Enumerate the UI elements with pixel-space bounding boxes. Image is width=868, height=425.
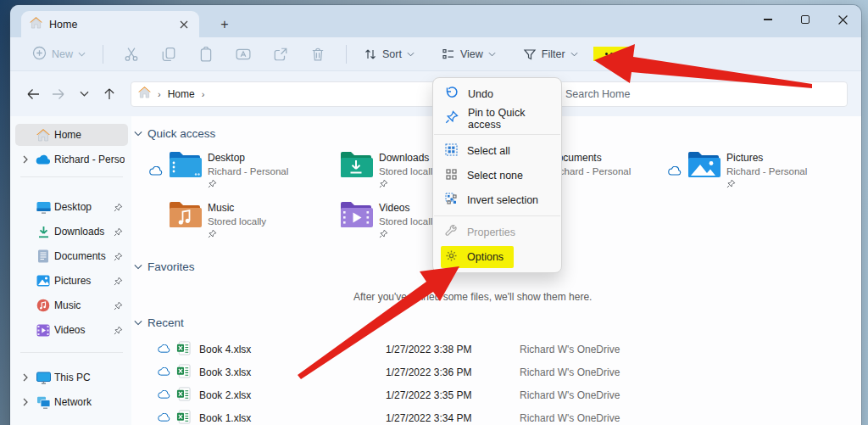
home-icon — [30, 17, 42, 31]
pin-icon — [379, 229, 437, 241]
section-header-quick-access[interactable]: Quick access — [134, 127, 215, 140]
sidebar-divider — [20, 176, 123, 177]
tile-name: Downloads — [379, 152, 437, 164]
pin-icon — [114, 203, 125, 212]
recent-file-row[interactable]: Book 2.xlsx 1/27/2022 3:35 PM Richard W'… — [131, 385, 861, 405]
excel-file-icon — [176, 364, 191, 381]
this-pc-icon — [36, 370, 51, 385]
sidebar-item-network[interactable]: Network — [15, 391, 128, 413]
menu-item-undo[interactable]: Undo — [433, 81, 561, 106]
section-header-recent[interactable]: Recent — [134, 316, 184, 329]
file-name: Book 3.xlsx — [199, 366, 251, 378]
downloads-folder-icon — [339, 150, 375, 191]
sidebar-item-videos[interactable]: Videos — [15, 319, 128, 341]
up-button[interactable] — [98, 83, 120, 105]
minimize-button[interactable] — [749, 5, 787, 34]
view-button[interactable]: View — [435, 43, 503, 65]
menu-item-label: Invert selection — [467, 194, 538, 206]
close-button[interactable] — [824, 5, 861, 34]
menu-item-label: Select none — [467, 170, 523, 182]
chevron-down-icon — [78, 52, 86, 57]
favorites-empty-message: After you've pinned some files, we'll sh… — [353, 291, 592, 303]
menu-item-select-none[interactable]: Select none — [433, 163, 561, 187]
sidebar-item-desktop[interactable]: Desktop — [15, 196, 128, 218]
pin-icon — [114, 301, 125, 310]
select-all-icon — [445, 143, 458, 159]
paste-button[interactable] — [188, 42, 224, 67]
desktop-folder-icon — [168, 150, 203, 191]
sort-button[interactable]: Sort — [357, 43, 421, 65]
recent-file-row[interactable]: Book 3.xlsx 1/27/2022 3:36 PM Richard W'… — [131, 362, 861, 383]
delete-button[interactable] — [300, 42, 336, 67]
new-tab-button[interactable]: + — [216, 16, 233, 33]
search-box[interactable] — [556, 81, 848, 107]
back-button[interactable] — [22, 83, 44, 105]
forward-button[interactable] — [47, 83, 70, 105]
menu-item-invert-selection[interactable]: Invert selection — [433, 187, 561, 212]
section-header-favorites[interactable]: Favorites — [134, 260, 195, 273]
recent-locations-button[interactable] — [73, 83, 95, 105]
sidebar-item-label: Home — [54, 129, 125, 141]
tile-subtitle: Richard - Personal — [726, 166, 807, 176]
new-button[interactable]: New — [25, 42, 92, 67]
chevron-right-icon[interactable] — [19, 155, 32, 164]
file-date-modified: 1/27/2022 3:38 PM — [386, 344, 471, 355]
toolbar-separator — [346, 45, 347, 64]
sort-button-label: Sort — [382, 48, 402, 60]
file-location: Richard W's OneDrive — [520, 344, 620, 355]
sidebar-item-label: Network — [54, 396, 125, 408]
sidebar-item-onedrive[interactable]: Richard - Personal — [15, 148, 128, 171]
recent-file-row[interactable]: Book 4.xlsx 1/27/2022 3:38 PM Richard W'… — [131, 339, 861, 360]
pin-icon — [726, 179, 807, 191]
chevron-right-icon[interactable] — [19, 373, 32, 382]
pin-icon — [114, 252, 125, 261]
rename-button[interactable] — [225, 42, 261, 67]
pin-icon — [114, 277, 125, 286]
see-more-dropdown-menu: Undo Pin to Quick access Select all Sele… — [432, 77, 562, 273]
menu-item-label: Pin to Quick access — [468, 107, 542, 131]
search-input[interactable] — [565, 88, 838, 100]
quick-access-tile-desktop[interactable]: Desktop Richard - Personal — [148, 150, 316, 191]
share-button[interactable] — [263, 42, 298, 67]
chevron-right-icon: › — [200, 89, 207, 99]
copy-button[interactable] — [151, 42, 186, 67]
quick-access-tile-music[interactable]: Music Stored locally — [148, 200, 316, 241]
file-name: Book 1.xlsx — [199, 412, 251, 424]
tab-close-icon[interactable] — [175, 16, 192, 33]
breadcrumb-root[interactable]: Home — [168, 88, 195, 100]
pin-icon — [208, 229, 266, 241]
sidebar-item-this-pc[interactable]: This PC — [15, 366, 128, 389]
menu-item-select-all[interactable]: Select all — [433, 138, 561, 163]
recent-file-row[interactable]: Book 1.xlsx 1/27/2022 3:34 PM Richard W'… — [131, 408, 861, 425]
sidebar-item-label: Downloads — [54, 226, 110, 238]
music-icon — [36, 298, 51, 313]
menu-item-label: Properties — [467, 226, 515, 238]
chevron-down-icon — [134, 131, 142, 137]
cut-scissors-icon — [124, 47, 139, 62]
filter-funnel-icon — [523, 48, 537, 61]
see-more-button[interactable] — [593, 47, 631, 61]
menu-item-options[interactable]: Options — [433, 244, 561, 269]
sidebar-item-documents[interactable]: Documents — [15, 245, 128, 267]
tile-subtitle: Richard - Personal — [208, 166, 288, 176]
section-title: Quick access — [147, 127, 215, 140]
tile-name: Pictures — [726, 152, 807, 164]
menu-item-pin-to-quick-access[interactable]: Pin to Quick access — [433, 106, 561, 131]
cloud-status-icon — [667, 150, 682, 191]
paste-clipboard-icon — [198, 47, 214, 62]
quick-access-tile-pictures[interactable]: Pictures Richard - Personal — [667, 150, 835, 191]
sidebar-item-pictures[interactable]: Pictures — [15, 270, 128, 292]
excel-file-icon — [176, 387, 191, 404]
chevron-down-icon — [134, 264, 142, 270]
menu-item-properties[interactable]: Properties — [433, 220, 561, 244]
cut-button[interactable] — [114, 42, 149, 67]
sidebar-item-home[interactable]: Home — [15, 124, 128, 146]
maximize-button[interactable] — [787, 5, 824, 34]
sidebar-item-music[interactable]: Music — [15, 294, 128, 316]
chevron-right-icon[interactable] — [19, 398, 32, 406]
sidebar-item-downloads[interactable]: Downloads — [15, 221, 128, 243]
chevron-down-icon — [570, 52, 578, 57]
sidebar-item-label: Videos — [54, 324, 110, 336]
filter-button[interactable]: Filter — [516, 43, 585, 65]
tab-home[interactable]: Home — [21, 11, 199, 37]
